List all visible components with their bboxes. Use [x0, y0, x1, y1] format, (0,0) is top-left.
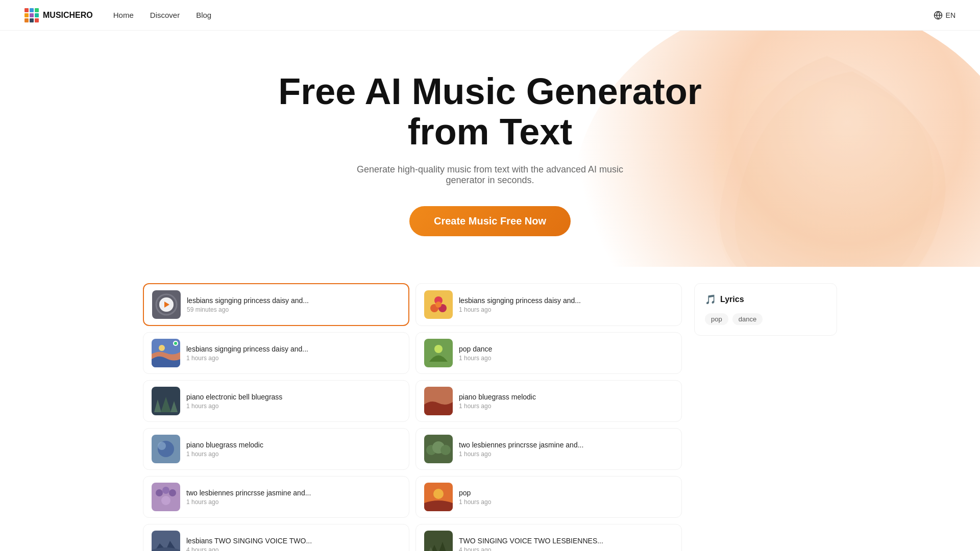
lyrics-tag-pop: pop: [705, 313, 728, 325]
song-info: lesbians signging princess daisy and...5…: [187, 296, 400, 313]
play-overlay: [152, 290, 181, 319]
song-time: 1 hours ago: [186, 450, 401, 458]
song-time: 4 hours ago: [186, 546, 401, 551]
song-card[interactable]: TWO SINGING VOICE TWO LESBIENNES...4 hou…: [415, 524, 682, 551]
song-info: pop1 hours ago: [459, 489, 673, 506]
song-time: 4 hours ago: [459, 546, 673, 551]
song-thumbnail: [424, 339, 453, 367]
song-card[interactable]: pop1 hours ago: [415, 476, 682, 518]
song-info: piano electronic bell bluegrass1 hours a…: [186, 393, 401, 410]
song-grid: lesbians signging princess daisy and...5…: [143, 283, 682, 551]
song-name: TWO SINGING VOICE TWO LESBIENNES...: [459, 537, 673, 545]
svg-point-12: [159, 345, 165, 351]
song-thumbnail: [424, 483, 453, 511]
song-card[interactable]: piano bluegrass melodic1 hours ago: [143, 428, 409, 470]
globe-icon: [934, 11, 943, 20]
hero-content: Free AI Music Generator from Text Genera…: [10, 71, 970, 236]
nav-blog[interactable]: Blog: [196, 11, 211, 19]
song-time: 1 hours ago: [186, 355, 401, 362]
logo-icon: [24, 8, 39, 22]
song-name: pop: [459, 489, 673, 497]
song-time: 59 minutes ago: [187, 306, 400, 313]
song-info: two lesbiennes princrsse jasmine and...1…: [459, 441, 673, 458]
song-time: 1 hours ago: [186, 403, 401, 410]
song-name: lesbians signging princess daisy and...: [459, 296, 673, 305]
svg-point-26: [162, 487, 169, 494]
song-thumbnail: [152, 339, 180, 367]
hero-subtitle: Generate high-quality music from text wi…: [337, 164, 643, 186]
song-time: 1 hours ago: [459, 306, 673, 313]
lyrics-panel: 🎵 Lyrics pop dance: [694, 283, 837, 336]
svg-point-30: [433, 489, 444, 499]
song-card[interactable]: lesbians signging princess daisy and...1…: [415, 283, 682, 326]
song-info: TWO SINGING VOICE TWO LESBIENNES...4 hou…: [459, 537, 673, 551]
song-info: pop dance1 hours ago: [459, 345, 673, 362]
song-info: lesbians signging princess daisy and...1…: [459, 296, 673, 313]
svg-rect-32: [424, 531, 453, 551]
song-info: piano bluegrass melodic1 hours ago: [459, 393, 673, 410]
song-thumbnail: [424, 531, 453, 551]
song-thumbnail: [152, 531, 180, 551]
lyrics-tag-dance: dance: [732, 313, 763, 325]
song-time: 1 hours ago: [459, 355, 673, 362]
song-time: 1 hours ago: [186, 498, 401, 506]
song-name: lesbians TWO SINGING VOICE TWO...: [186, 537, 401, 545]
song-card[interactable]: piano electronic bell bluegrass1 hours a…: [143, 380, 409, 422]
song-card[interactable]: lesbians signging princess daisy and...1…: [143, 332, 409, 374]
play-button[interactable]: [159, 297, 174, 312]
logo[interactable]: MUSICHERO: [24, 8, 93, 22]
lang-label: EN: [946, 11, 955, 19]
song-card[interactable]: two lesbiennes princrsse jasmine and...1…: [415, 428, 682, 470]
hero-section: Free AI Music Generator from Text Genera…: [0, 31, 980, 267]
svg-point-10: [435, 302, 442, 308]
song-name: lesbians signging princess daisy and...: [187, 296, 400, 305]
svg-point-27: [169, 489, 176, 496]
logo-text: MUSICHERO: [43, 11, 93, 20]
song-name: pop dance: [459, 345, 673, 353]
svg-point-28: [161, 496, 170, 505]
song-name: two lesbiennes princrsse jasmine and...: [186, 489, 401, 497]
song-info: two lesbiennes princrsse jasmine and...1…: [186, 489, 401, 506]
song-card[interactable]: two lesbiennes princrsse jasmine and...1…: [143, 476, 409, 518]
song-name: two lesbiennes princrsse jasmine and...: [459, 441, 673, 449]
song-info: piano bluegrass melodic1 hours ago: [186, 441, 401, 458]
navbar: MUSICHERO Home Discover Blog EN: [0, 0, 980, 31]
music-icon: 🎵: [705, 294, 716, 305]
song-card[interactable]: pop dance1 hours ago: [415, 332, 682, 374]
song-name: lesbians signging princess daisy and...: [186, 345, 401, 353]
song-card[interactable]: piano bluegrass melodic1 hours ago: [415, 380, 682, 422]
song-time: 1 hours ago: [459, 498, 673, 506]
svg-point-25: [156, 489, 163, 496]
svg-point-19: [158, 442, 166, 450]
song-thumbnail: [152, 290, 181, 319]
language-switcher[interactable]: EN: [934, 11, 955, 20]
song-info: lesbians TWO SINGING VOICE TWO...4 hours…: [186, 537, 401, 551]
song-name: piano bluegrass melodic: [186, 441, 401, 449]
song-time: 1 hours ago: [459, 403, 673, 410]
svg-point-23: [440, 445, 451, 455]
nav-discover[interactable]: Discover: [150, 11, 180, 19]
lyrics-title: Lyrics: [720, 295, 744, 304]
lyrics-header: 🎵 Lyrics: [705, 294, 826, 305]
create-music-button[interactable]: Create Music Free Now: [409, 206, 571, 236]
lyrics-tags: pop dance: [705, 313, 826, 325]
song-card[interactable]: lesbians signging princess daisy and...5…: [143, 283, 409, 326]
main-content: lesbians signging princess daisy and...5…: [0, 283, 980, 551]
song-thumbnail: [152, 483, 180, 511]
song-thumbnail: [424, 387, 453, 415]
song-thumbnail: [152, 435, 180, 463]
song-thumbnail: [424, 435, 453, 463]
song-time: 1 hours ago: [459, 450, 673, 458]
song-card[interactable]: lesbians TWO SINGING VOICE TWO...4 hours…: [143, 524, 409, 551]
song-name: piano electronic bell bluegrass: [186, 393, 401, 401]
nav-home[interactable]: Home: [113, 11, 134, 19]
song-thumbnail: [424, 290, 453, 319]
song-name: piano bluegrass melodic: [459, 393, 673, 401]
song-thumbnail: [152, 387, 180, 415]
song-info: lesbians signging princess daisy and...1…: [186, 345, 401, 362]
svg-point-14: [434, 345, 443, 353]
hero-title: Free AI Music Generator from Text: [260, 71, 720, 152]
